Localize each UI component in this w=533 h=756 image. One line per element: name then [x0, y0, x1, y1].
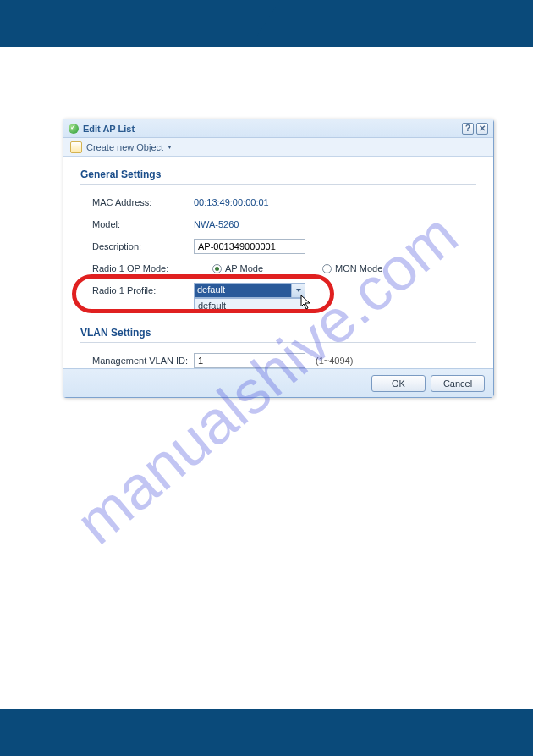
radio-profile-option-default[interactable]: default [195, 299, 305, 312]
create-object-icon [70, 141, 82, 153]
description-input[interactable] [194, 239, 305, 254]
page-top-banner-corner [250, 0, 280, 47]
edit-ap-list-dialog: Edit AP List ? ✕ Create new Object ▼ Gen… [63, 119, 494, 398]
ap-mode-radio[interactable]: AP Mode [212, 263, 263, 273]
dialog-titlebar: Edit AP List ? ✕ [63, 119, 493, 138]
radio-icon [212, 264, 222, 273]
chevron-down-icon[interactable] [291, 284, 305, 297]
create-object-button[interactable]: Create new Object [86, 142, 163, 152]
help-button[interactable]: ? [462, 123, 474, 135]
dialog-icon [69, 124, 79, 134]
radio-profile-options: default [194, 298, 305, 313]
ok-button[interactable]: OK [371, 375, 426, 392]
close-button[interactable]: ✕ [476, 123, 488, 135]
description-label: Description: [92, 241, 194, 251]
ap-mode-label: AP Mode [225, 263, 263, 273]
model-label: Model: [92, 219, 194, 229]
radio-profile-value: default [195, 284, 291, 297]
profile-label: Radio 1 Profile: [92, 285, 194, 295]
mon-mode-radio[interactable]: MON Mode [322, 263, 382, 273]
vlan-id-input[interactable] [194, 353, 305, 368]
dialog-toolbar: Create new Object ▼ [63, 138, 493, 157]
cancel-button[interactable]: Cancel [431, 375, 485, 392]
op-mode-label: Radio 1 OP Mode: [92, 263, 194, 273]
mac-address-label: MAC Address: [92, 197, 194, 207]
radio-icon [322, 264, 332, 273]
vlan-id-label: Management VLAN ID: [92, 356, 194, 366]
vlan-settings-heading: VLAN Settings [80, 322, 476, 343]
dialog-content: General Settings MAC Address: 00:13:49:0… [63, 157, 493, 368]
general-settings-heading: General Settings [80, 163, 476, 185]
vlan-id-hint: (1~4094) [316, 356, 353, 366]
create-object-caret-icon[interactable]: ▼ [167, 144, 173, 150]
mac-address-value: 00:13:49:00:00:01 [194, 197, 269, 207]
mon-mode-label: MON Mode [335, 263, 382, 273]
page-bottom-banner [0, 709, 533, 756]
radio-profile-dropdown[interactable]: default [194, 283, 305, 298]
model-value: NWA-5260 [194, 219, 239, 229]
dialog-title: Edit AP List [83, 124, 135, 134]
dialog-button-bar: OK Cancel [63, 368, 493, 397]
